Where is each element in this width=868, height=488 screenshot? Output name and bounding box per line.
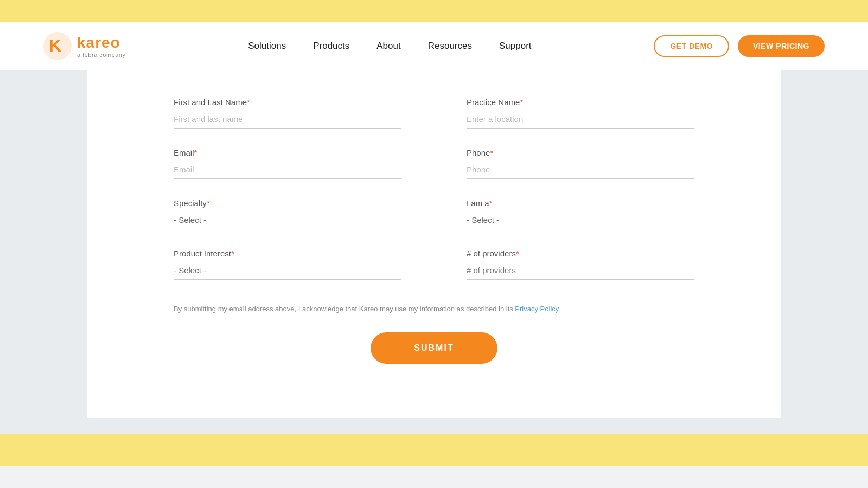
first-last-name-group: First and Last Name*: [174, 98, 401, 129]
required-star-practice: *: [520, 98, 523, 107]
product-interest-select[interactable]: - Select - EHR Billing Practice Manageme…: [174, 262, 401, 280]
num-providers-wrapper: [467, 262, 694, 280]
specialty-label: Specialty*: [174, 198, 401, 208]
required-star-i-am-a: *: [489, 198, 493, 208]
form-container: First and Last Name* Email* Specialty*: [87, 70, 781, 418]
nav-links: Solutions Products About Resources Suppo…: [248, 41, 531, 52]
logo-text: kareo a tebra company: [77, 34, 125, 58]
nav-about[interactable]: About: [376, 41, 400, 52]
num-providers-group: # of providers*: [467, 249, 694, 280]
top-banner: [0, 0, 868, 22]
product-interest-group: Product Interest* - Select - EHR Billing…: [174, 249, 401, 280]
bottom-banner: [0, 434, 868, 466]
i-am-a-group: I am a* - Select - Physician Administrat…: [467, 198, 694, 229]
logo-kareo-label: kareo: [77, 34, 125, 52]
product-interest-label: Product Interest*: [174, 249, 401, 258]
view-pricing-button[interactable]: VIEW PRICING: [738, 35, 825, 57]
nav-products[interactable]: Products: [313, 41, 349, 52]
submit-button[interactable]: SUBMIT: [371, 332, 497, 364]
i-am-a-select[interactable]: - Select - Physician Administrator Offic…: [467, 212, 694, 229]
specialty-group: Specialty* - Select - Family Medicine In…: [174, 198, 401, 229]
required-star-product: *: [231, 249, 234, 258]
num-providers-input[interactable]: [467, 262, 694, 280]
required-star: *: [247, 98, 250, 107]
privacy-text: By submitting my email address above, I …: [174, 305, 694, 313]
email-group: Email*: [174, 148, 401, 179]
nav-resources[interactable]: Resources: [428, 41, 472, 52]
nav-support[interactable]: Support: [499, 41, 532, 52]
logo: K kareo a tebra company: [43, 32, 125, 60]
page-body: First and Last Name* Email* Specialty*: [0, 70, 868, 434]
form-right-column: Practice Name* Phone* I am a*: [467, 98, 694, 299]
required-star-phone: *: [490, 148, 493, 157]
nav-actions: GET DEMO VIEW PRICING: [654, 35, 825, 57]
email-label: Email*: [174, 148, 401, 157]
practice-name-label: Practice Name*: [467, 98, 694, 107]
required-star-providers: *: [516, 249, 519, 258]
first-last-name-label: First and Last Name*: [174, 98, 401, 107]
phone-input[interactable]: [467, 162, 694, 179]
svg-text:K: K: [49, 36, 61, 55]
kareo-logo-icon: K: [43, 32, 72, 60]
i-am-a-label: I am a*: [467, 198, 694, 208]
logo-sub-label: a tebra company: [77, 52, 125, 58]
nav-solutions[interactable]: Solutions: [248, 41, 286, 52]
email-input[interactable]: [174, 162, 401, 179]
specialty-select[interactable]: - Select - Family Medicine Internal Medi…: [174, 212, 401, 229]
num-providers-label: # of providers*: [467, 249, 694, 258]
navbar: K kareo a tebra company Solutions Produc…: [0, 22, 868, 70]
privacy-policy-link[interactable]: Privacy Policy: [515, 305, 558, 313]
submit-area: SUBMIT: [174, 332, 694, 364]
practice-name-group: Practice Name*: [467, 98, 694, 129]
phone-group: Phone*: [467, 148, 694, 179]
required-star-email: *: [194, 148, 197, 157]
first-last-name-input[interactable]: [174, 111, 401, 129]
form-left-column: First and Last Name* Email* Specialty*: [174, 98, 401, 299]
required-star-specialty: *: [207, 198, 210, 208]
form-grid: First and Last Name* Email* Specialty*: [174, 98, 694, 299]
get-demo-button[interactable]: GET DEMO: [654, 35, 729, 57]
phone-label: Phone*: [467, 148, 694, 157]
practice-name-input[interactable]: [467, 111, 694, 129]
